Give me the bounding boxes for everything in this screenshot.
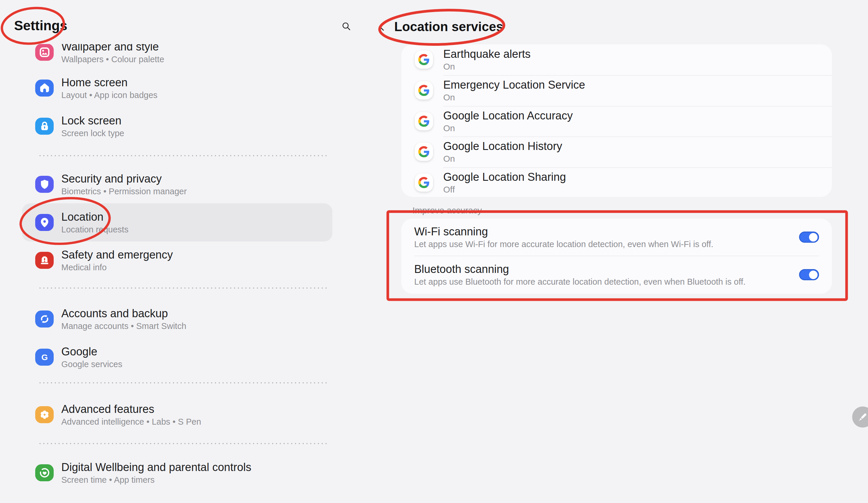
sidebar-item-sub: Biometrics • Permission manager bbox=[61, 186, 187, 197]
home-icon bbox=[35, 80, 54, 96]
service-row-google-location-history[interactable]: Google Location HistoryOn bbox=[401, 136, 832, 167]
sidebar-item-google[interactable]: G GoogleGoogle services bbox=[0, 339, 334, 375]
toggle-knob bbox=[809, 233, 818, 242]
location-pin-icon bbox=[35, 214, 54, 231]
service-status: On bbox=[443, 61, 531, 72]
sidebar-item-label: Home screen bbox=[61, 75, 157, 90]
sidebar-item-digital-wellbeing[interactable]: Digital Wellbeing and parental controlsS… bbox=[0, 454, 334, 491]
sidebar-item-advanced-features[interactable]: Advanced featuresAdvanced intelligence •… bbox=[0, 397, 334, 433]
service-status: On bbox=[443, 92, 585, 103]
service-label: Google Location History bbox=[443, 139, 562, 153]
sidebar-item-sub: Wallpapers • Colour palette bbox=[61, 54, 164, 65]
chevron-left-icon bbox=[376, 21, 388, 32]
location-services-card: Earthquake alertsOn Emergency Location S… bbox=[401, 44, 832, 197]
service-row-earthquake-alerts[interactable]: Earthquake alertsOn bbox=[401, 44, 832, 75]
sidebar-item-sub: Advanced intelligence • Labs • S Pen bbox=[61, 416, 201, 427]
sync-icon bbox=[35, 310, 54, 328]
flower-gear-icon bbox=[35, 406, 54, 423]
sidebar-item-label: Google bbox=[61, 345, 122, 359]
wellbeing-heart-icon bbox=[35, 464, 54, 481]
sidebar-item-label: Security and privacy bbox=[61, 172, 187, 186]
page-title-settings: Settings bbox=[14, 17, 67, 34]
service-label: Google Location Sharing bbox=[443, 170, 566, 184]
sidebar-item-label: Lock screen bbox=[61, 114, 124, 128]
lock-icon bbox=[35, 118, 54, 135]
service-label: Google Location Accuracy bbox=[443, 109, 573, 123]
sidebar-item-label: Wallpaper and style bbox=[61, 44, 164, 54]
google-logo-icon bbox=[415, 81, 433, 100]
sidebar-item-sub: Layout • App icon badges bbox=[61, 90, 157, 101]
google-logo-icon bbox=[415, 112, 433, 130]
settings-app-window: Settings Location services Wallpaper and… bbox=[0, 0, 868, 503]
google-g-icon: G bbox=[35, 349, 54, 366]
siren-icon bbox=[35, 252, 54, 269]
sidebar-item-sub: Screen time • App timers bbox=[61, 474, 251, 485]
sidebar-item-label: Safety and emergency bbox=[61, 248, 173, 262]
page-title-location-services: Location services bbox=[394, 18, 503, 35]
service-label: Emergency Location Service bbox=[443, 78, 585, 92]
service-status: On bbox=[443, 123, 573, 134]
shield-icon bbox=[35, 176, 54, 193]
toggle-row-label: Wi-Fi scanning bbox=[414, 225, 713, 239]
service-label: Earthquake alerts bbox=[443, 47, 531, 61]
sidebar-item-location[interactable]: LocationLocation requests bbox=[22, 203, 332, 242]
service-row-emergency-location[interactable]: Emergency Location ServiceOn bbox=[401, 75, 832, 106]
back-button[interactable] bbox=[376, 21, 388, 32]
bluetooth-scanning-toggle[interactable] bbox=[799, 269, 819, 280]
sidebar-item-sub: Screen lock type bbox=[61, 128, 124, 139]
wifi-scanning-toggle[interactable] bbox=[799, 232, 819, 243]
sidebar-item-sub: Google services bbox=[61, 359, 122, 370]
improve-accuracy-card: Wi-Fi scanning Let apps use Wi-Fi for mo… bbox=[401, 219, 832, 294]
settings-list: Wallpaper and styleWallpapers • Colour p… bbox=[0, 44, 337, 503]
svg-text:G: G bbox=[41, 352, 48, 362]
sidebar-item-label: Digital Wellbeing and parental controls bbox=[61, 460, 251, 474]
sidebar-item-label: Location bbox=[61, 210, 128, 224]
sidebar-item-accounts-and-backup[interactable]: Accounts and backupManage accounts • Sma… bbox=[0, 301, 334, 337]
search-icon bbox=[340, 20, 353, 33]
list-divider bbox=[38, 443, 329, 444]
section-header-improve-accuracy: Improve accuracy bbox=[412, 205, 482, 216]
edit-pencil-icon bbox=[857, 411, 868, 423]
list-divider bbox=[38, 382, 329, 383]
sidebar-item-sub: Location requests bbox=[61, 224, 128, 235]
sidebar-item-home-screen[interactable]: Home screenLayout • App icon badges bbox=[0, 70, 334, 106]
list-divider bbox=[38, 287, 329, 289]
edit-fab-button[interactable] bbox=[852, 407, 868, 428]
service-row-google-location-sharing[interactable]: Google Location SharingOff bbox=[401, 167, 832, 198]
sidebar-item-sub: Medical info bbox=[61, 262, 173, 273]
toggle-row-desc: Let apps use Wi-Fi for more accurate loc… bbox=[414, 239, 713, 250]
list-divider bbox=[38, 155, 329, 156]
wallpaper-icon bbox=[35, 44, 54, 61]
sidebar-item-wallpaper-and-style[interactable]: Wallpaper and styleWallpapers • Colour p… bbox=[0, 44, 334, 70]
google-logo-icon bbox=[415, 51, 433, 69]
toggle-row-desc: Let apps use Bluetooth for more accurate… bbox=[414, 276, 746, 287]
service-status: Off bbox=[443, 184, 566, 195]
sidebar-item-security-and-privacy[interactable]: Security and privacyBiometrics • Permiss… bbox=[0, 166, 334, 203]
sidebar-item-label: Advanced features bbox=[61, 402, 201, 416]
sidebar-item-sub: Manage accounts • Smart Switch bbox=[61, 320, 186, 332]
toggle-knob bbox=[809, 270, 818, 279]
service-row-google-location-accuracy[interactable]: Google Location AccuracyOn bbox=[401, 106, 832, 136]
sidebar-item-safety-and-emergency[interactable]: Safety and emergencyMedical info bbox=[0, 242, 334, 278]
google-logo-icon bbox=[415, 173, 433, 192]
wifi-scanning-row[interactable]: Wi-Fi scanning Let apps use Wi-Fi for mo… bbox=[401, 219, 832, 256]
google-logo-icon bbox=[415, 143, 433, 161]
bluetooth-scanning-row[interactable]: Bluetooth scanning Let apps use Bluetoot… bbox=[401, 256, 832, 293]
sidebar-item-lock-screen[interactable]: Lock screenScreen lock type bbox=[0, 108, 334, 144]
toggle-row-label: Bluetooth scanning bbox=[414, 262, 746, 276]
search-button[interactable] bbox=[340, 20, 353, 33]
service-status: On bbox=[443, 153, 562, 164]
sidebar-item-label: Accounts and backup bbox=[61, 306, 186, 320]
